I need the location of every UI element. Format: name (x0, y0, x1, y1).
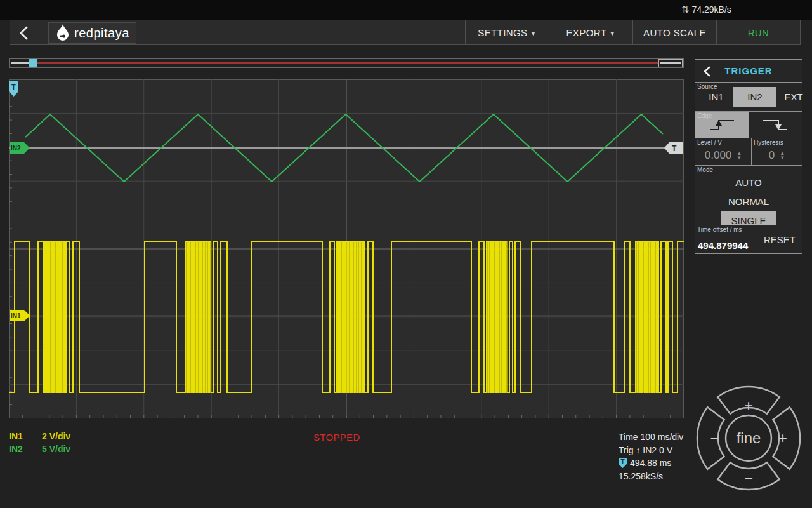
oscilloscope-graph[interactable]: TIN2IN1T (9, 79, 684, 418)
channel1-name: IN1 (9, 431, 23, 441)
level-value[interactable]: 0.000 (705, 149, 732, 162)
auto-scale-label: AUTO SCALE (643, 27, 706, 38)
hysteresis-label: Hysteresis (754, 139, 783, 146)
back-button[interactable] (19, 26, 28, 40)
panel-back-button[interactable] (704, 66, 710, 77)
trigger-level-row: Level / V 0.000 ▲▼ Hysteresis 0 ▲▼ (695, 138, 802, 166)
minimap-buffer-line (37, 62, 658, 64)
redpitaya-logo[interactable]: redpitaya (48, 22, 136, 44)
mode-label: Mode (697, 166, 713, 173)
run-label: RUN (748, 27, 769, 38)
time-per-div: Time 100 ms/div (619, 431, 683, 444)
channel2-status: IN2 5 V/div (9, 444, 23, 454)
settings-label: SETTINGS (478, 27, 527, 38)
run-button[interactable]: RUN (716, 20, 800, 44)
edge-falling-button[interactable] (749, 112, 802, 138)
mode-normal-button[interactable]: NORMAL (695, 192, 802, 211)
svg-text:IN1: IN1 (11, 312, 21, 319)
auto-scale-button[interactable]: AUTO SCALE (632, 20, 716, 44)
timebase-info: Time 100 ms/div Trig ↑ IN2 0 V T 494.88 … (619, 431, 683, 483)
panel-title: TRIGGER (724, 65, 772, 76)
app-header: redpitaya SETTINGS ▼ EXPORT ▼ AUTO SCALE… (10, 20, 801, 45)
mode-auto-button[interactable]: AUTO (695, 173, 802, 192)
trigger-panel-header: TRIGGER (695, 59, 802, 83)
minimap-view-window[interactable] (658, 59, 683, 67)
dropdown-caret-icon: ▼ (530, 30, 536, 37)
edge-label: Edge (697, 112, 712, 119)
navigation-pad: ++−−fine (695, 384, 802, 492)
time-offset-label: Time offset / ms (697, 226, 742, 233)
system-status-bar: ⇅ 74.29kB/s (0, 0, 812, 20)
falling-edge-icon (761, 117, 789, 133)
trigger-edge-section: Edge (695, 111, 802, 138)
pad-minus-label: − (710, 431, 719, 446)
trigger-level-section: Level / V 0.000 ▲▼ (695, 138, 752, 166)
step-down-icon[interactable]: ▼ (737, 156, 742, 160)
hysteresis-value[interactable]: 0 (769, 149, 775, 162)
step-down-icon[interactable]: ▼ (780, 156, 785, 160)
pad-plus-label: + (744, 397, 753, 414)
reset-button[interactable]: RESET (757, 225, 802, 254)
channel1-scale: 2 V/div (42, 431, 70, 441)
source-in2-button[interactable]: IN2 (733, 87, 776, 107)
svg-text:IN2: IN2 (11, 145, 21, 152)
minimap-trigger-handle[interactable] (29, 59, 37, 67)
channel1-status: IN1 2 V/div (9, 431, 23, 441)
hysteresis-stepper[interactable]: ▲▼ (780, 151, 785, 160)
trigger-info: Trig ↑ IN2 0 V (619, 444, 672, 457)
minimap-left-line (11, 62, 29, 64)
channel2-scale: 5 V/div (42, 444, 70, 454)
acquisition-state-label: STOPPED (313, 432, 360, 443)
network-speed: ⇅ 74.29kB/s (681, 4, 731, 15)
svg-text:T: T (672, 144, 677, 153)
logo-text: redpitaya (74, 26, 129, 41)
trigger-panel: TRIGGER Source IN1 IN2 EXT Edge Level / … (695, 59, 802, 254)
source-label: Source (697, 83, 717, 90)
trigger-source-section: Source IN1 IN2 EXT (695, 82, 802, 112)
pad-plus-label: + (778, 429, 787, 446)
sample-rate: 15.258kS/s (619, 470, 663, 483)
settings-button[interactable]: SETTINGS ▼ (465, 20, 549, 44)
pad-minus-label: − (744, 469, 753, 486)
export-button[interactable]: EXPORT ▼ (549, 20, 632, 44)
trigger-marker-icon: T (619, 458, 627, 468)
trigger-hysteresis-section: Hysteresis 0 ▲▼ (751, 138, 802, 166)
dropdown-caret-icon: ▼ (609, 30, 615, 37)
network-speed-value: 74.29kB/s (692, 4, 731, 15)
level-label: Level / V (697, 139, 722, 146)
upload-download-arrows-icon: ⇅ (681, 4, 690, 15)
svg-text:T: T (11, 83, 16, 91)
minimap-window-line (660, 62, 681, 64)
time-offset-section: Time offset / ms 494.879944 (695, 225, 757, 254)
rising-edge-icon (708, 117, 736, 133)
flame-icon (55, 24, 70, 42)
trigger-time: 494.88 ms (630, 457, 671, 470)
header-buttons: SETTINGS ▼ EXPORT ▼ AUTO SCALE RUN (465, 20, 800, 44)
acquisition-minimap[interactable] (9, 58, 684, 68)
channel2-name: IN2 (9, 444, 23, 454)
trigger-offset-row: Time offset / ms 494.879944 RESET (695, 225, 802, 254)
pad-fine-label: fine (737, 429, 761, 446)
source-ext-button[interactable]: EXT (776, 87, 811, 107)
trigger-mode-section: Mode AUTO NORMAL SINGLE (695, 165, 802, 225)
time-offset-value[interactable]: 494.879944 (698, 240, 748, 251)
export-label: EXPORT (566, 27, 606, 38)
level-stepper[interactable]: ▲▼ (737, 151, 742, 160)
